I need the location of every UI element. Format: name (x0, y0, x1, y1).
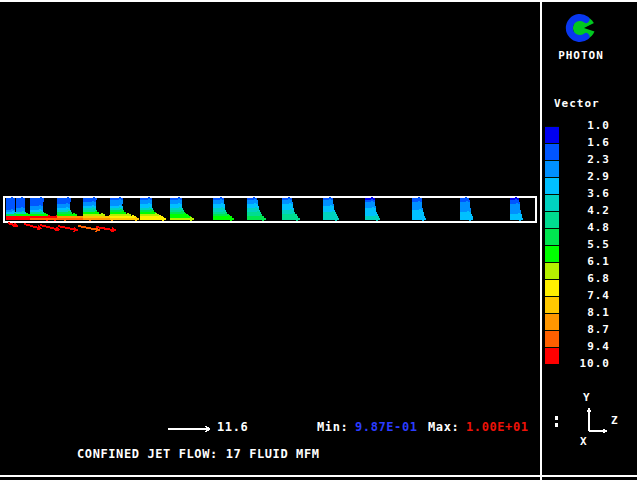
legend-tick-value: 5.5 (556, 238, 610, 251)
axis-z-label: Z (611, 414, 619, 427)
panel-divider (540, 0, 542, 480)
legend-tick-value: 9.4 (556, 340, 610, 353)
vector-plot-canvas (0, 0, 640, 480)
legend-tick-value: 1.6 (556, 136, 610, 149)
legend-tick-value: 2.3 (556, 153, 610, 166)
legend-tick-value: 10.0 (556, 357, 610, 370)
legend-tick-value: 6.8 (556, 272, 610, 285)
frame-top (0, 0, 640, 2)
min-label: Min: (317, 420, 348, 434)
reference-arrow-value: 11.6 (217, 420, 248, 434)
legend-tick-labels: 1.01.62.32.93.64.24.85.56.16.87.48.18.79… (556, 0, 610, 480)
legend-tick-value: 6.1 (556, 255, 610, 268)
min-value: 9.87E-01 (355, 420, 418, 434)
legend-tick-value: 7.4 (556, 289, 610, 302)
legend-tick-value: 2.9 (556, 170, 610, 183)
axis-out-dash-mark (555, 423, 558, 427)
legend-tick-value: 3.6 (556, 187, 610, 200)
photon-window: PHOTON Vector 1.01.62.32.93.64.24.85.56.… (0, 0, 640, 480)
legend-tick-value: 1.0 (556, 119, 610, 132)
axis-out-dash-mark (555, 416, 558, 420)
max-label: Max: (428, 420, 459, 434)
plot-title: CONFINED JET FLOW: 17 FLUID MFM (77, 447, 320, 461)
legend-tick-value: 8.7 (556, 323, 610, 336)
legend-tick-value: 4.8 (556, 221, 610, 234)
frame-bottom (0, 475, 640, 477)
legend-tick-value: 8.1 (556, 306, 610, 319)
legend-tick-value: 4.2 (556, 204, 610, 217)
max-value: 1.00E+01 (466, 420, 529, 434)
axis-x-label: X (580, 435, 588, 448)
axis-y-label: Y (583, 391, 591, 404)
